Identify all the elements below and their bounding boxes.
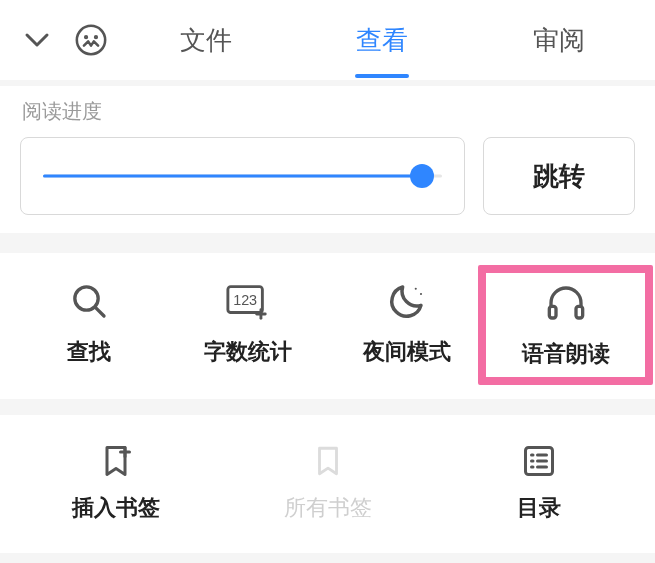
bm-toc-label: 目录 (517, 493, 561, 523)
tool-tts[interactable]: 语音朗读 (478, 265, 653, 385)
svg-point-0 (77, 26, 105, 54)
svg-rect-11 (549, 306, 556, 318)
tab-review[interactable]: 审阅 (471, 0, 647, 80)
tab-file[interactable]: 文件 (118, 0, 294, 80)
svg-point-2 (95, 36, 97, 38)
progress-slider[interactable] (20, 137, 465, 215)
svg-point-1 (85, 36, 87, 38)
tool-search-label: 查找 (67, 337, 111, 367)
bm-all: 所有书签 (222, 435, 434, 529)
bm-insert[interactable]: 插入书签 (10, 435, 222, 529)
jump-button[interactable]: 跳转 (483, 137, 635, 215)
bookmark-add-icon (98, 441, 134, 481)
tool-wordcount-label: 字数统计 (204, 337, 292, 367)
moon-icon (386, 279, 428, 323)
tool-search[interactable]: 查找 (10, 273, 169, 377)
bm-all-label: 所有书签 (284, 493, 372, 523)
svg-text:123: 123 (233, 292, 257, 308)
slider-thumb[interactable] (410, 164, 434, 188)
tool-wordcount[interactable]: 123 字数统计 (169, 273, 328, 377)
chevron-down-icon[interactable] (22, 25, 52, 55)
slider-fill (43, 175, 422, 178)
wordcount-icon: 123 (225, 279, 271, 323)
tool-night[interactable]: 夜间模式 (328, 273, 487, 377)
tool-night-label: 夜间模式 (363, 337, 451, 367)
bookmark-icon (311, 441, 345, 481)
search-icon (69, 279, 109, 323)
progress-label: 阅读进度 (20, 90, 635, 137)
svg-point-9 (415, 288, 417, 290)
tab-view[interactable]: 查看 (294, 0, 470, 80)
bm-toc[interactable]: 目录 (433, 435, 645, 529)
svg-point-10 (420, 293, 422, 295)
svg-line-4 (96, 307, 105, 316)
svg-rect-12 (576, 306, 583, 318)
bm-insert-label: 插入书签 (72, 493, 160, 523)
face-icon[interactable] (74, 23, 108, 57)
headphones-icon (544, 281, 588, 325)
tool-tts-label: 语音朗读 (522, 339, 610, 369)
list-icon (521, 441, 557, 481)
